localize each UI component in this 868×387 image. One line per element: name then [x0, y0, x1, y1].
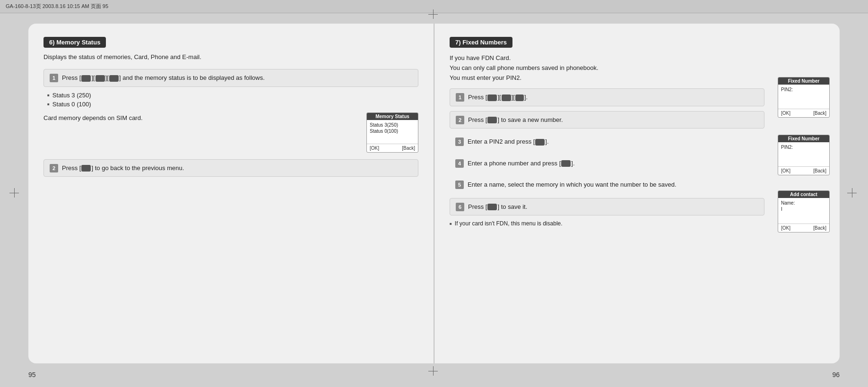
- right-steps: If you have FDN Card. You can only call …: [450, 53, 764, 232]
- fixed-number-screen-1: Fixed Number PIN2: [OK] [Back]: [778, 77, 830, 118]
- fn-screen1-footer: [OK] [Back]: [778, 109, 829, 117]
- header-text: GA-160-8-13页 2003.8.16 10:15 AM 页面 95: [6, 3, 108, 10]
- right-step-3-text: Enter a PIN2 and press [].: [468, 137, 759, 146]
- btn-icon-phone: [95, 75, 105, 82]
- right-step-2-text: Press [] to save a new number.: [468, 115, 758, 125]
- right-step-5-number: 5: [455, 181, 464, 189]
- right-step-4: 4 Enter a phone number and press [].: [450, 155, 764, 172]
- right-content: If you have FDN Card. You can only call …: [450, 53, 825, 232]
- left-panel: 6) Memory Status Displays the status of …: [28, 24, 434, 363]
- left-step-1: 1 Press [][][] and the memory status is …: [43, 69, 418, 87]
- fn-screen2-title: Fixed Number: [778, 135, 829, 142]
- memory-status-screen: Memory Status Status 3(250) Status 0(100…: [366, 112, 418, 153]
- screen-back: [Back]: [402, 146, 415, 151]
- right-step-3-number: 3: [455, 138, 464, 146]
- bullet-item-1: Status 3 (250): [47, 92, 418, 99]
- right-step-5: 5 Enter a name, select the memory in whi…: [450, 176, 764, 193]
- ac-screen-label: Name:: [781, 200, 826, 206]
- left-step-1-text: Press [][][] and the memory status is to…: [62, 73, 412, 83]
- fn-screen2-back: [Back]: [813, 168, 826, 173]
- crosshair-right: [847, 188, 859, 199]
- right-step-6-text: Press [] to save it.: [468, 202, 758, 212]
- right-step-3: 3 Enter a PIN2 and press [].: [450, 133, 764, 150]
- right-step-1-text: Press [][][].: [468, 93, 758, 102]
- right-step-1: 1 Press [][][].: [450, 88, 764, 106]
- screen-row-1: Status 3(250): [370, 122, 415, 128]
- r-btn-6: [487, 204, 497, 210]
- page-number-left: 95: [28, 371, 36, 378]
- btn-icon-ok: [81, 165, 91, 172]
- right-step-5-text: Enter a name, select the memory in which…: [468, 180, 759, 189]
- ac-screen-ok: [OK]: [781, 225, 790, 231]
- screen-title: Memory Status: [367, 113, 418, 120]
- left-step-1-number: 1: [50, 74, 58, 82]
- crosshair-bottom: [428, 366, 440, 378]
- fn-screen2-ok: [OK]: [781, 168, 790, 173]
- ac-screen-title: Add contact: [778, 191, 829, 198]
- right-section-title: 7) Fixed Numbers: [450, 37, 512, 48]
- right-step-1-number: 1: [456, 93, 464, 102]
- screen-footer: [OK] [Back]: [367, 144, 418, 152]
- fn-screen1-back: [Back]: [813, 111, 826, 116]
- ac-screen-body: Name: I: [778, 198, 829, 224]
- r-btn-4: [561, 160, 571, 167]
- page-number-right: 96: [832, 371, 840, 378]
- r-btn-1c: [515, 95, 524, 101]
- header-bar: GA-160-8-13页 2003.8.16 10:15 AM 页面 95: [0, 0, 868, 13]
- fn-screen1-ok: [OK]: [781, 111, 790, 116]
- ac-screen-back: [Back]: [813, 225, 826, 231]
- right-screens: Fixed Number PIN2: [OK] [Back] Fixed Num…: [770, 53, 825, 232]
- fn-screen2-footer: [OK] [Back]: [778, 166, 829, 175]
- fn-screen2-body: PIN2:: [778, 142, 829, 166]
- fn-screen1-title: Fixed Number: [778, 77, 829, 85]
- fdn-note: If your card isn't FDN, this menu is dis…: [450, 220, 764, 227]
- btn-icon-card: [109, 75, 119, 82]
- ac-screen-value: I: [781, 206, 826, 212]
- r-btn-3: [535, 139, 545, 146]
- screen-ok: [OK]: [370, 146, 379, 151]
- left-section-title: 6) Memory Status: [43, 37, 106, 48]
- add-contact-screen: Add contact Name: I [OK] [Back]: [778, 190, 830, 232]
- ac-screen-footer: [OK] [Back]: [778, 224, 829, 232]
- r-btn-2: [487, 117, 497, 123]
- right-step-2: 2 Press [] to save a new number.: [450, 111, 764, 129]
- left-step-2: 2 Press [] to go back to the previous me…: [43, 159, 418, 177]
- fixed-number-screen-2: Fixed Number PIN2: [OK] [Back]: [778, 135, 830, 175]
- left-step-2-number: 2: [50, 164, 58, 172]
- bullet-item-2: Status 0 (100): [47, 101, 418, 108]
- main-content: 6) Memory Status Displays the status of …: [28, 24, 840, 363]
- left-step-2-text: Press [] to go back to the previous menu…: [62, 163, 412, 173]
- intro-text: If you have FDN Card. You can only call …: [450, 53, 764, 83]
- screen-row-2: Status 0(100): [370, 128, 415, 134]
- right-step-6-number: 6: [456, 203, 464, 211]
- right-panel: 7) Fixed Numbers If you have FDN Card. Y…: [434, 24, 840, 363]
- right-step-2-number: 2: [456, 116, 464, 124]
- bullet-list: Status 3 (250) Status 0 (100): [47, 92, 418, 108]
- r-btn-1a: [487, 95, 497, 101]
- r-btn-1b: [502, 95, 511, 101]
- fn-screen1-body: PIN2:: [778, 85, 829, 109]
- right-step-4-text: Enter a phone number and press [].: [468, 159, 759, 168]
- right-step-6: 6 Press [] to save it.: [450, 198, 764, 216]
- crosshair-left: [9, 188, 21, 199]
- btn-icon-menu: [81, 75, 91, 82]
- fn-screen1-label: PIN2:: [781, 86, 826, 93]
- left-section-desc: Displays the status of memories, Card, P…: [43, 53, 418, 60]
- screen-body: Status 3(250) Status 0(100): [367, 120, 418, 144]
- fn-screen2-label: PIN2:: [781, 144, 826, 150]
- right-step-4-number: 4: [455, 159, 464, 168]
- card-note: Card memory depends on SIM card.: [43, 114, 359, 121]
